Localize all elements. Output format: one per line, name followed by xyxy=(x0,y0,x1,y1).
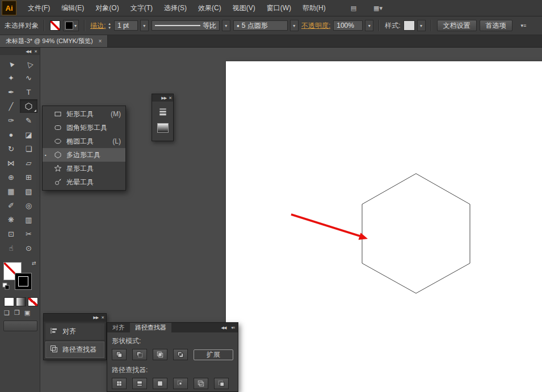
perspective-grid-tool[interactable]: ⊞ xyxy=(20,170,37,184)
stroke-profile-select[interactable]: 等比 xyxy=(152,20,220,31)
opacity-link[interactable]: 不透明度: xyxy=(301,21,330,31)
menu-item-4[interactable]: 文字(T) xyxy=(125,0,158,16)
menu-item-3[interactable]: 对象(O) xyxy=(90,0,124,16)
draw-behind-icon[interactable]: ❒ xyxy=(14,309,20,317)
lasso-tool[interactable]: ∿ xyxy=(20,71,37,85)
menu-item-1[interactable]: 文件(F) xyxy=(22,0,56,16)
collapse-icon[interactable]: ◀◀ xyxy=(26,49,31,54)
document-setup-button[interactable]: 文档设置 xyxy=(437,20,477,31)
type-tool[interactable]: T xyxy=(20,85,37,99)
menu-item-8[interactable]: 窗口(W) xyxy=(261,0,297,16)
document-tab-close-icon[interactable]: × xyxy=(99,38,102,44)
slice-tool[interactable]: ✂ xyxy=(20,227,37,241)
artboard-tool[interactable]: ⊡ xyxy=(2,227,20,241)
style-swatch[interactable] xyxy=(404,20,415,31)
menu-item-2[interactable]: 编辑(E) xyxy=(56,0,90,16)
style-dropdown-icon[interactable]: ▾ xyxy=(417,20,426,31)
dock-item-pathfinder[interactable]: 路径查找器 xyxy=(45,342,104,358)
crop-button[interactable] xyxy=(173,378,188,389)
unite-button[interactable] xyxy=(112,349,127,360)
rotate-tool[interactable]: ↻ xyxy=(2,142,20,155)
mesh-tool[interactable]: ▦ xyxy=(2,184,20,198)
gradient-panel-icon[interactable] xyxy=(157,123,169,134)
eraser-tool[interactable]: ◪ xyxy=(20,128,37,141)
magic-wand-tool[interactable]: ✦ xyxy=(2,71,20,85)
screen-mode-button[interactable] xyxy=(3,321,37,331)
eyedropper-tool[interactable]: ✐ xyxy=(2,199,20,212)
flyout-item-star[interactable]: ▪星形工具 xyxy=(43,162,125,175)
color-button[interactable] xyxy=(4,297,14,306)
flyout-item-flare[interactable]: ▪光晕工具 xyxy=(43,175,125,189)
divide-button[interactable] xyxy=(112,378,127,389)
spin-down-icon[interactable]: ▾ xyxy=(108,26,111,29)
draw-normal-icon[interactable]: ❑ xyxy=(4,309,10,317)
dock-item-align[interactable]: 对齐 xyxy=(45,323,104,340)
swap-fill-stroke-icon[interactable]: ⇄ xyxy=(32,260,36,266)
stroke-color-dropdown[interactable]: ▾ xyxy=(63,20,79,31)
preferences-button[interactable]: 首选项 xyxy=(480,20,512,31)
artboard[interactable] xyxy=(226,61,542,392)
column-graph-tool[interactable]: ▥ xyxy=(20,213,37,226)
brush-dropdown-icon[interactable]: ▾ xyxy=(290,20,299,31)
collapse-icon[interactable]: ◀◀ xyxy=(221,326,226,330)
control-panel-menu-icon[interactable]: ▾≡ xyxy=(521,23,527,28)
stroke-weight-stepper[interactable]: ▴ ▾ xyxy=(108,22,111,29)
polygon-tool[interactable] xyxy=(20,99,37,113)
arrange-documents-icon[interactable]: ▦▾ xyxy=(373,5,383,12)
pen-tool[interactable]: ✒ xyxy=(2,85,20,99)
direct-selection-tool[interactable]: △ xyxy=(20,57,37,70)
stroke-weight-field[interactable]: 1 pt xyxy=(114,20,138,31)
menu-item-6[interactable]: 效果(C) xyxy=(192,0,227,16)
stroke-swatch[interactable] xyxy=(15,273,32,290)
tab-align[interactable]: 对齐 xyxy=(107,323,130,332)
merge-button[interactable] xyxy=(153,378,167,389)
document-tab[interactable]: 未标题-3* @ 94% (CMYK/预览) × xyxy=(0,35,108,47)
exclude-button[interactable] xyxy=(173,349,188,360)
expand-button[interactable]: 扩展 xyxy=(194,349,233,360)
pencil-tool[interactable]: ✎ xyxy=(20,113,37,127)
trim-button[interactable] xyxy=(132,378,147,389)
menu-item-5[interactable]: 选择(S) xyxy=(158,0,192,16)
profile-dropdown-icon[interactable]: ▾ xyxy=(222,20,230,31)
opacity-field[interactable]: 100% xyxy=(333,20,363,31)
close-icon[interactable]: ✕ xyxy=(34,49,37,54)
minus-back-button[interactable] xyxy=(214,378,229,389)
gradient-tool[interactable]: ▧ xyxy=(20,184,37,198)
close-icon[interactable]: ✕ xyxy=(101,315,104,320)
expand-icon[interactable]: ▶▶ xyxy=(161,96,166,100)
menu-item-9[interactable]: 帮助(H) xyxy=(297,0,331,16)
zoom-tool[interactable]: ⊙ xyxy=(20,241,37,255)
stroke-panel-icon[interactable] xyxy=(158,107,167,117)
stroke-link[interactable]: 描边: xyxy=(90,21,106,31)
free-transform-tool[interactable]: ▱ xyxy=(20,156,37,170)
intersect-button[interactable] xyxy=(153,349,167,360)
paintbrush-tool[interactable]: ✑ xyxy=(2,113,20,127)
tab-pathfinder[interactable]: 路径查找器 xyxy=(130,323,171,332)
width-tool[interactable]: ⋈ xyxy=(2,156,20,170)
panel-menu-icon[interactable]: ▾≡ xyxy=(231,326,234,330)
flyout-item-polygon[interactable]: ▪多边形工具 xyxy=(43,148,125,162)
line-segment-tool[interactable]: ╱ xyxy=(2,99,20,113)
minus-front-button[interactable] xyxy=(132,349,147,360)
expand-icon[interactable]: ▶▶ xyxy=(93,315,98,320)
scale-tool[interactable]: ❏ xyxy=(20,142,37,155)
gradient-button[interactable] xyxy=(16,297,26,306)
brush-select[interactable]: ● 5 点圆形 xyxy=(233,20,288,31)
menu-item-7[interactable]: 视图(V) xyxy=(227,0,261,16)
flyout-item-rounded-rectangle[interactable]: ▪圆角矩形工具 xyxy=(43,121,125,134)
blend-tool[interactable]: ◎ xyxy=(20,199,37,212)
none-button[interactable] xyxy=(28,297,38,306)
flyout-item-ellipse[interactable]: ▪椭圆工具(L) xyxy=(43,134,125,148)
selection-tool[interactable]: ▲ xyxy=(2,57,20,70)
flyout-item-rectangle[interactable]: ▪矩形工具(M) xyxy=(43,107,125,121)
spin-up-icon[interactable]: ▴ xyxy=(108,22,111,26)
outline-button[interactable] xyxy=(194,378,208,389)
hand-tool[interactable]: ☝ xyxy=(2,241,20,255)
default-fill-stroke-icon[interactable] xyxy=(2,283,10,292)
fill-none-swatch[interactable] xyxy=(50,20,60,31)
blob-brush-tool[interactable]: ● xyxy=(2,128,20,141)
draw-inside-icon[interactable]: ▣ xyxy=(24,309,30,317)
close-icon[interactable]: ✕ xyxy=(169,96,171,100)
shape-builder-tool[interactable]: ⊕ xyxy=(2,170,20,184)
stroke-weight-dropdown-icon[interactable]: ▾ xyxy=(140,20,149,31)
